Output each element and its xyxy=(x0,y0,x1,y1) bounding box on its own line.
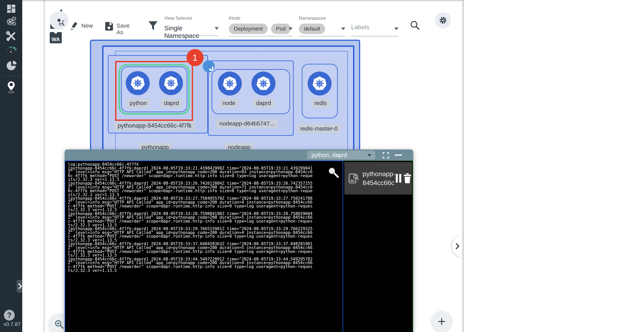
view-selector-value: Single Namespace xyxy=(164,24,199,39)
pod-name-label: nodeapp-d64b5747... xyxy=(216,119,278,128)
wasm-label: WA xyxy=(52,36,60,42)
kind-chip-pod[interactable]: Pod xyxy=(271,23,291,34)
kinds-label: Kinds xyxy=(229,15,240,21)
meshery-node-badge-icon[interactable] xyxy=(203,60,215,72)
chevron-down-icon xyxy=(341,27,345,30)
extensions-strip: WA xyxy=(22,0,44,332)
kinds-select[interactable]: Deployment Pod xyxy=(229,23,293,34)
chevron-down-icon xyxy=(288,27,293,30)
container-label: redis xyxy=(311,99,330,107)
stream-item-name: pythonapp- 8454cc66c xyxy=(362,169,396,187)
terminal-header: python, daprd xyxy=(64,149,413,160)
container-selector-value: python, daprd xyxy=(312,152,347,158)
pencil-icon xyxy=(70,22,78,30)
view-selector-label: View Selector xyxy=(164,15,192,21)
log-terminal-window[interactable]: python, daprd log:pythonapp-8454cc66c-4f… xyxy=(64,149,413,332)
namespaces-label: Namespaces xyxy=(299,15,326,21)
new-button[interactable]: New xyxy=(70,22,78,31)
wasm-icon[interactable]: WA xyxy=(50,32,62,43)
pod-name-label: redis-master-0 xyxy=(297,124,341,133)
log-output-area[interactable]: log:pythonapp-8454cc66c-4f7fk [pythonapp… xyxy=(64,160,343,332)
log-streams-sidebar: pythonapp- 8454cc66c xyxy=(343,160,413,332)
panel-divider xyxy=(463,0,463,332)
help-button[interactable]: ? xyxy=(4,310,15,321)
chevron-down-icon xyxy=(214,27,219,30)
minimize-icon[interactable] xyxy=(395,154,402,156)
left-sidebar: ? v0.7.87 xyxy=(0,0,22,332)
labels-filter-input[interactable]: Labels xyxy=(351,23,398,31)
sidebar-divider xyxy=(2,76,21,77)
actions-panel: Details Views Metrics Actions 2 PERFORMA… xyxy=(464,0,644,332)
save-as-button[interactable]: Save As xyxy=(104,21,113,31)
version-label: v0.7.87 xyxy=(4,321,21,327)
location-pin-icon[interactable] xyxy=(0,78,22,96)
nav-divider xyxy=(44,0,44,332)
zoom-in-icon xyxy=(54,319,64,329)
floppy-icon xyxy=(104,21,113,30)
extensions-pie-icon[interactable] xyxy=(0,57,22,74)
namespaces-select[interactable]: default xyxy=(299,23,345,34)
add-fab[interactable]: + xyxy=(432,311,452,332)
trash-icon[interactable] xyxy=(403,172,412,185)
search-icon[interactable] xyxy=(410,20,420,31)
fullscreen-icon[interactable] xyxy=(382,152,389,160)
gear-button[interactable] xyxy=(435,12,451,28)
panel-collapse-button[interactable] xyxy=(452,235,463,257)
chevron-down-icon xyxy=(394,27,398,30)
annotation-1-badge: 1 xyxy=(186,49,204,66)
magnifier-cursor-icon xyxy=(327,166,340,178)
container-label: daprd xyxy=(253,99,274,107)
container-label: node xyxy=(219,99,238,107)
pod-name-label: pythonapp-8454cc66c-4f7fk xyxy=(114,121,195,130)
new-label: New xyxy=(81,22,93,29)
view-selector-select[interactable]: Single Namespace xyxy=(164,24,219,39)
container-selector-dropdown[interactable]: python, daprd xyxy=(307,151,375,160)
container-daprd-node[interactable] xyxy=(252,71,276,95)
chevron-down-icon xyxy=(368,154,372,157)
log-text: log:pythonapp-8454cc66c-4f7fk [pythonapp… xyxy=(68,163,339,273)
stream-list-item[interactable]: pythonapp- 8454cc66c xyxy=(344,162,412,195)
save-as-label: Save As xyxy=(116,22,130,35)
labels-placeholder: Labels xyxy=(351,23,369,30)
namespace-chip-default[interactable]: default xyxy=(299,23,325,34)
performance-gauge-icon[interactable] xyxy=(0,41,22,58)
container-node-node[interactable] xyxy=(218,71,242,95)
container-redis-node[interactable] xyxy=(308,71,332,95)
kanvas-flower-button[interactable] xyxy=(50,11,68,29)
annotation-1-box xyxy=(115,61,193,121)
log-document-icon xyxy=(348,171,360,186)
kind-chip-deployment[interactable]: Deployment xyxy=(229,23,268,34)
gear-icon xyxy=(439,16,447,24)
pause-icon[interactable] xyxy=(396,172,402,185)
filter-funnel-icon[interactable] xyxy=(148,21,158,32)
